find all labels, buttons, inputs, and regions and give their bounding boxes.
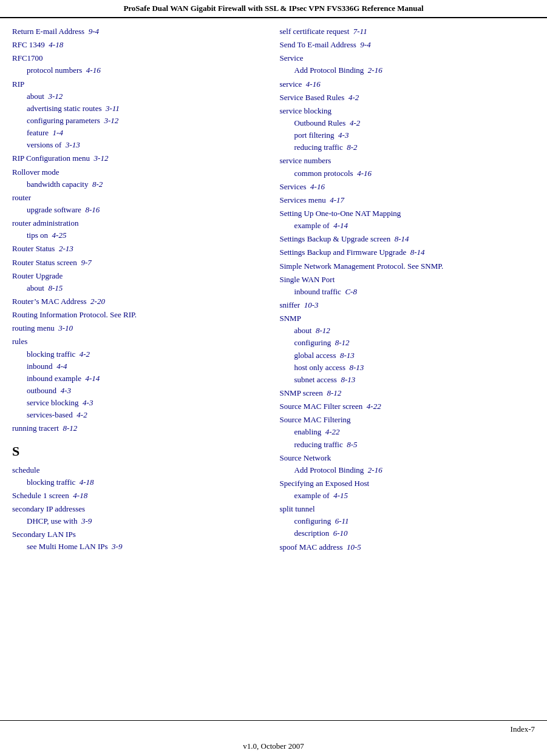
index-group: service numberscommon protocols 4-16 (280, 155, 535, 179)
index-group: Rollover modebandwidth capacity 8-2 (12, 166, 268, 191)
index-group: Router Upgradeabout 8-15 (12, 270, 268, 294)
index-entry: Routing Information Protocol. See RIP. (12, 309, 268, 321)
index-entry: Service Based Rules 4-2 (280, 92, 535, 104)
index-entry: spoof MAC address 10-5 (280, 541, 535, 553)
page-header: ProSafe Dual WAN Gigabit Firewall with S… (0, 0, 547, 18)
page-footer: Index-7 (0, 720, 547, 738)
right-column: self certificate request 7-11Send To E-m… (280, 25, 535, 555)
index-entry: Simple Network Management Protocol. See … (280, 260, 535, 272)
index-entry: service 4-16 (280, 78, 535, 90)
index-entry: Services 4-16 (280, 181, 535, 193)
index-group: Secondary LAN IPssee Multi Home LAN IPs … (12, 528, 268, 553)
index-entry: sniffer 10-3 (280, 299, 535, 311)
index-entry: RIP Configuration menu 3-12 (12, 152, 268, 164)
index-group: routerupgrade software 8-16 (12, 192, 268, 216)
index-group: Source NetworkAdd Protocol Binding 2-16 (280, 452, 535, 476)
index-entry: Settings Backup & Upgrade screen 8-14 (280, 233, 535, 245)
index-group: rulesblocking traffic 4-2inbound 4-4inbo… (12, 336, 268, 421)
footer-version: v1.0, October 2007 (0, 741, 547, 751)
index-entry: Send To E-mail Address 9-4 (280, 39, 535, 51)
index-group: scheduleblocking traffic 4-18 (12, 464, 268, 488)
index-entry: self certificate request 7-11 (280, 25, 535, 38)
index-entry: Router’s MAC Address 2-20 (12, 295, 268, 308)
main-content: Return E-mail Address 9-4RFC 1349 4-18RF… (0, 18, 547, 591)
index-group: Setting Up One-to-One NAT Mappingexample… (280, 208, 535, 232)
index-group: ServiceAdd Protocol Binding 2-16 (280, 52, 535, 76)
index-entry: SNMP screen 8-12 (280, 387, 535, 399)
index-entry: Router Status 2-13 (12, 243, 268, 255)
index-entry: Return E-mail Address 9-4 (12, 25, 268, 38)
index-group: SNMPabout 8-12configuring 8-12global acc… (280, 312, 535, 386)
index-group: Source MAC Filteringenabling 4-22reducin… (280, 414, 535, 450)
index-group: RFC1700protocol numbers 4-16 (12, 52, 268, 76)
index-entry: Source MAC Filter screen 4-22 (280, 400, 535, 413)
index-entry: Router Status screen 9-7 (12, 257, 268, 269)
index-entry: Settings Backup and Firmware Upgrade 8-1… (280, 246, 535, 258)
index-group: service blockingOutbound Rules 4-2port f… (280, 105, 535, 154)
index-entry: running tracert 8-12 (12, 422, 268, 434)
index-group: Single WAN Portinbound traffic C-8 (280, 274, 535, 298)
index-group: RIPabout 3-12advertising static routes 3… (12, 78, 268, 152)
index-entry: Schedule 1 screen 4-18 (12, 490, 268, 502)
index-entry: RFC 1349 4-18 (12, 39, 268, 51)
index-entry: routing menu 3-10 (12, 322, 268, 334)
index-group: split tunnelconfiguring 6-11description … (280, 503, 535, 539)
index-group: Specifying an Exposed Hostexample of 4-1… (280, 478, 535, 502)
index-entry: Services menu 4-17 (280, 194, 535, 206)
section-letter-s: S (12, 441, 268, 462)
index-group: secondary IP addressesDHCP, use with 3-9 (12, 503, 268, 527)
index-group: router administrationtips on 4-25 (12, 217, 268, 241)
left-column: Return E-mail Address 9-4RFC 1349 4-18RF… (12, 25, 268, 555)
